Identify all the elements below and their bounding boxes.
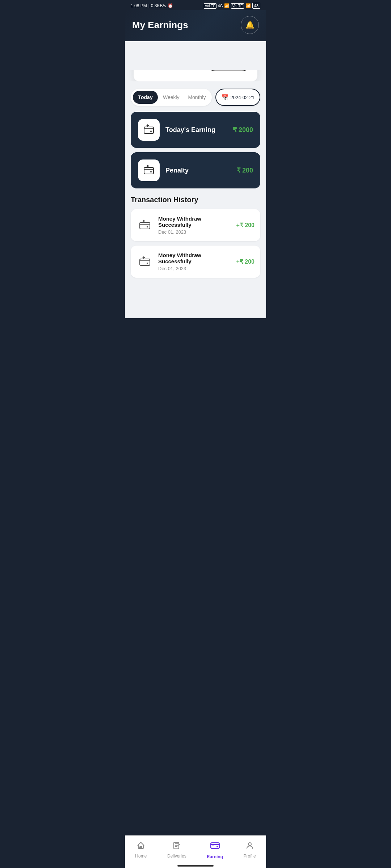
- tab-today[interactable]: Today: [133, 91, 158, 104]
- volte-icon-2: VoLTE: [231, 3, 244, 9]
- todays-earning-amount: ₹ 2000: [233, 126, 253, 134]
- transaction-info-1: Money Withdraw Successfully Dec 01, 2023: [158, 216, 231, 235]
- deliveries-nav-label: Deliveries: [167, 854, 186, 859]
- penalty-card: Penalty ₹ 200: [131, 152, 260, 188]
- profile-nav-label: Profile: [244, 854, 256, 859]
- penalty-amount: ₹ 200: [236, 166, 253, 174]
- status-bar: 1:08 PM | 0.3KB/s ⏰ VoLTE 4G 📶 VoLTE 📶 4…: [125, 0, 266, 10]
- page-header: My Earnings 🔔: [125, 10, 266, 63]
- transaction-history-title: Transaction History: [131, 196, 260, 204]
- period-tabs: Today Weekly Monthly: [131, 89, 212, 106]
- signal-bars-1: 📶: [224, 3, 230, 8]
- todays-earning-label: Today's Earning: [165, 126, 227, 134]
- penalty-wallet-icon: [138, 159, 160, 181]
- svg-rect-4: [140, 222, 150, 229]
- earning-nav-label: Earning: [207, 854, 223, 859]
- signal-4g: 4G: [218, 4, 223, 8]
- status-bar-right: VoLTE 4G 📶 VoLTE 📶 43: [204, 3, 260, 9]
- svg-point-5: [147, 226, 148, 227]
- svg-rect-2: [144, 167, 154, 174]
- svg-rect-6: [140, 259, 150, 265]
- penalty-label: Penalty: [165, 167, 231, 174]
- svg-rect-0: [144, 127, 154, 133]
- svg-point-13: [248, 843, 251, 846]
- transaction-amount-2: +₹ 200: [236, 258, 255, 265]
- transaction-title-1: Money Withdraw Successfully: [158, 216, 231, 228]
- svg-rect-8: [140, 847, 142, 848]
- alarm-icon: ⏰: [168, 3, 173, 8]
- svg-rect-10: [211, 843, 219, 848]
- profile-icon: [245, 841, 254, 852]
- network-speed: |: [148, 3, 150, 8]
- notification-button[interactable]: 🔔: [241, 16, 259, 34]
- period-selector-row: Today Weekly Monthly 📅 2024-02-21: [131, 89, 260, 106]
- home-icon: [136, 841, 145, 852]
- svg-point-1: [150, 131, 152, 132]
- svg-point-3: [150, 171, 152, 173]
- svg-rect-12: [212, 846, 214, 846]
- todays-earning-card: Today's Earning ₹ 2000: [131, 112, 260, 148]
- transaction-date-2: Dec 01, 2023: [158, 266, 231, 271]
- time-display: 1:08 PM: [131, 3, 147, 8]
- nav-profile[interactable]: Profile: [236, 840, 263, 860]
- tab-weekly[interactable]: Weekly: [159, 91, 184, 104]
- transaction-item: Money Withdraw Successfully Dec 01, 2023…: [131, 209, 260, 241]
- transaction-item-2: Money Withdraw Successfully Dec 01, 2023…: [131, 246, 260, 278]
- network-speed-value: 0.3KB/s: [151, 3, 166, 8]
- calendar-icon: 📅: [221, 94, 228, 101]
- earning-wallet-icon: [138, 119, 160, 141]
- main-content: Today Weekly Monthly 📅 2024-02-21 Today'…: [125, 81, 266, 318]
- home-nav-label: Home: [135, 854, 147, 859]
- transaction-info-2: Money Withdraw Successfully Dec 01, 2023: [158, 252, 231, 271]
- nav-earning[interactable]: Earning: [199, 839, 230, 861]
- battery-level: 43: [252, 3, 260, 9]
- earning-icon: [210, 841, 220, 853]
- home-indicator: [177, 865, 214, 867]
- transaction-history-section: Transaction History Money Withdraw Succe…: [131, 196, 260, 278]
- page-title: My Earnings: [132, 20, 188, 31]
- transaction-date-1: Dec 01, 2023: [158, 229, 231, 235]
- deliveries-icon: [172, 841, 181, 852]
- transaction-title-2: Money Withdraw Successfully: [158, 252, 231, 264]
- date-picker-button[interactable]: 📅 2024-02-21: [215, 89, 261, 106]
- volte-icon: VoLTE: [204, 3, 216, 9]
- bell-icon: 🔔: [245, 21, 255, 29]
- bottom-navigation: Home Deliveries Earning: [125, 835, 266, 868]
- status-bar-left: 1:08 PM | 0.3KB/s ⏰: [131, 3, 173, 8]
- battery-display: 43: [252, 3, 260, 9]
- nav-home[interactable]: Home: [128, 840, 154, 860]
- transaction-amount-1: +₹ 200: [236, 222, 255, 229]
- tab-monthly[interactable]: Monthly: [184, 91, 209, 104]
- signal-bars-2: 📶: [245, 3, 251, 8]
- svg-point-11: [216, 846, 218, 847]
- svg-point-7: [147, 263, 148, 264]
- nav-deliveries[interactable]: Deliveries: [160, 840, 194, 860]
- selected-date: 2024-02-21: [231, 95, 255, 100]
- transaction-wallet-icon-2: [136, 254, 153, 270]
- transaction-wallet-icon-1: [136, 217, 153, 234]
